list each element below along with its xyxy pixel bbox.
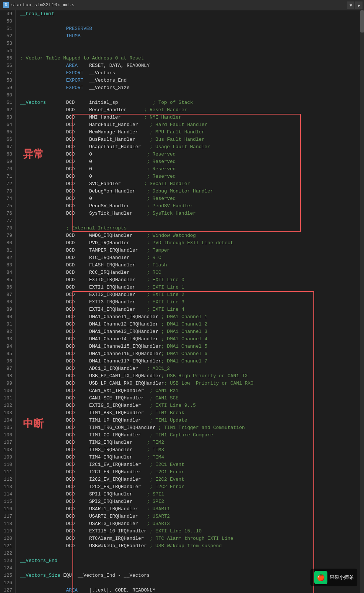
code-line: DCD SysTick_Handler ; SysTick Handler — [20, 210, 364, 217]
code-segment: ; SPI2 — [132, 498, 164, 505]
code-segment: ; DMA1 Channel 2 — [158, 321, 207, 328]
line-number: 91 — [3, 321, 12, 328]
code-line: DCD SVC_Handler ; SVCall Handler — [20, 180, 364, 188]
code-segment: ; Debug Monitor Handler — [135, 188, 213, 195]
line-number: 92 — [3, 328, 12, 335]
code-content[interactable]: __heap_limit PRESERVE8 THUMB ; Vector Ta… — [16, 10, 364, 593]
code-line — [20, 92, 364, 99]
code-line: DCD I2C2_ER_IRQHandler ; I2C2 Error — [20, 483, 364, 491]
code-line: ; External Interrupts — [20, 225, 364, 232]
line-number: 115 — [3, 498, 12, 505]
code-line: EXPORT __Vectors_End — [20, 77, 364, 84]
code-segment: ; Top of Stack — [118, 99, 193, 106]
code-segment: ; DMA1 Channel 7 — [161, 358, 207, 365]
line-number: 70 — [3, 166, 12, 173]
code-segment: EQU __Vectors_End - __Vectors — [60, 572, 150, 579]
line-number: 118 — [3, 520, 12, 528]
code-segment: ; RTC — [129, 254, 161, 262]
code-segment: DCD USBWakeUp_IRQHandler — [20, 542, 147, 550]
code-line: DCD BusFault_Handler ; Bus Fault Handler — [20, 136, 364, 143]
code-line: DCD TIM4_IRQHandler ; TIM4 — [20, 454, 364, 461]
code-line: DCD DMA1_Channel1_IRQHandler ; DMA1 Chan… — [20, 313, 364, 321]
code-line: DCD DMA1_Channel4_IRQHandler ; DMA1 Chan… — [20, 335, 364, 343]
code-segment: ; Vector Table Mapped to Address 0 at Re… — [20, 55, 144, 62]
code-line: DCD CAN1_RX1_IRQHandler ; CAN1 RX1 — [20, 387, 364, 395]
line-number: 119 — [3, 528, 12, 535]
scrollbar-thumb[interactable] — [360, 10, 364, 33]
code-line: DCD USART1_IRQHandler ; USART1 — [20, 505, 364, 513]
code-segment: ; RTC Alarm through EXTI Line — [144, 535, 233, 542]
code-segment: ; I2C2 Error — [141, 483, 184, 491]
code-segment: DCD HardFault_Handler — [20, 121, 138, 129]
code-segment: DCD NMI_Handler — [20, 114, 121, 121]
code-segment: __heap_limit — [20, 10, 55, 18]
line-number: 77 — [3, 217, 12, 225]
line-number: 123 — [3, 557, 12, 565]
code-line: DCD RTC_IRQHandler ; RTC — [20, 254, 364, 262]
code-segment: ; DMA1 Channel 3 — [158, 328, 207, 335]
code-segment: DCD ADC1_2_IRQHandler — [20, 365, 138, 372]
line-number: 113 — [3, 483, 12, 491]
line-number: 93 — [3, 335, 12, 343]
code-segment: EXPORT — [20, 77, 84, 84]
code-line: DCD TAMPER_IRQHandler ; Tamper — [20, 247, 364, 254]
code-segment: ; EXTI Line 3 — [135, 299, 184, 306]
code-segment: ; TIM3 — [132, 446, 164, 454]
code-segment: DCD DMA1_Channel15_IRQHandler — [20, 343, 161, 350]
code-segment: ; Reserved — [92, 166, 176, 173]
code-line: DCD 0 ; Reserved — [20, 151, 364, 158]
line-number: 127 — [3, 587, 12, 593]
line-number: 117 — [3, 513, 12, 520]
code-segment: DCD CAN1_SCE_IRQHandler — [20, 395, 144, 402]
maximize-button[interactable]: ▸ — [355, 1, 363, 9]
line-number: 58 — [3, 77, 12, 84]
code-segment: DCD USART2_IRQHandler — [20, 513, 138, 520]
scrollbar[interactable] — [360, 10, 364, 593]
code-segment: ; TIM1 Update — [141, 417, 187, 424]
line-number: 53 — [3, 40, 12, 47]
code-line: DCD 0 ; Reserved — [20, 158, 364, 166]
code-line: DCD I2C2_EV_IRQHandler ; I2C2 Event — [20, 476, 364, 483]
code-segment: DCD EXTI0_IRQHandler — [20, 276, 135, 284]
line-number: 83 — [3, 262, 12, 269]
code-segment: DCD EXTI1_IRQHandler — [20, 284, 135, 291]
line-number: 59 — [3, 84, 12, 92]
editor-area: 异常 中断 4950515253545556575859606162636465… — [0, 10, 364, 593]
code-segment: DCD SPI1_IRQHandler — [20, 491, 132, 498]
line-number: 55 — [3, 55, 12, 62]
code-line: THUMB — [20, 33, 364, 40]
code-line: DCD WWDG_IRQHandler ; Window Watchdog — [20, 232, 364, 239]
line-number: 108 — [3, 446, 12, 454]
minimize-button[interactable]: ▾ — [347, 1, 354, 9]
code-segment: DCD EXTI2_IRQHandler — [20, 291, 135, 299]
code-line: DCD FLASH_IRQHandler ; Flash — [20, 262, 364, 269]
line-number: 99 — [3, 380, 12, 387]
code-line: AREA |.text|, CODE, READONLY — [20, 587, 364, 593]
code-segment: ; Reserved — [92, 173, 176, 180]
code-segment: ; Tamper — [138, 247, 170, 254]
code-segment: ; TIM2 — [132, 439, 164, 446]
code-line: DCD I2C1_EV_IRQHandler ; I2C1 Event — [20, 461, 364, 468]
code-segment: ; NMI Handler — [121, 114, 181, 121]
code-line: DCD HardFault_Handler ; Hard Fault Handl… — [20, 121, 364, 129]
code-line: DCD TIM1_BRK_IRQHandler ; TIM1 Break — [20, 409, 364, 417]
code-line: DCD SPI1_IRQHandler ; SPI1 — [20, 491, 364, 498]
code-line: EXPORT __Vectors — [20, 69, 364, 77]
code-segment: __Vectors_End — [84, 77, 127, 84]
code-segment: ; I2C1 Event — [141, 461, 184, 468]
code-segment: ; SysTick Handler — [132, 210, 196, 217]
code-segment: ; TIM1 Break — [144, 409, 184, 417]
code-segment: PRESERVE8 — [20, 25, 92, 33]
code-segment: ; DMA1 Channel 4 — [158, 335, 207, 343]
code-segment: ; TIM4 — [132, 454, 164, 461]
line-number: 110 — [3, 461, 12, 468]
code-line — [20, 18, 364, 25]
code-line: DCD USBWakeUp_IRQHandler ; USB Wakeup fr… — [20, 542, 364, 550]
code-segment: ; USB High Priority or CAN1 TX — [161, 372, 248, 380]
filename: startup_stm32f10x_md.s — [11, 2, 75, 8]
code-segment: __Vectors — [20, 99, 46, 106]
line-number: 85 — [3, 276, 12, 284]
line-number: 88 — [3, 299, 12, 306]
code-segment: DCD 0 — [20, 166, 92, 173]
code-segment: ; Reserved — [92, 195, 176, 202]
